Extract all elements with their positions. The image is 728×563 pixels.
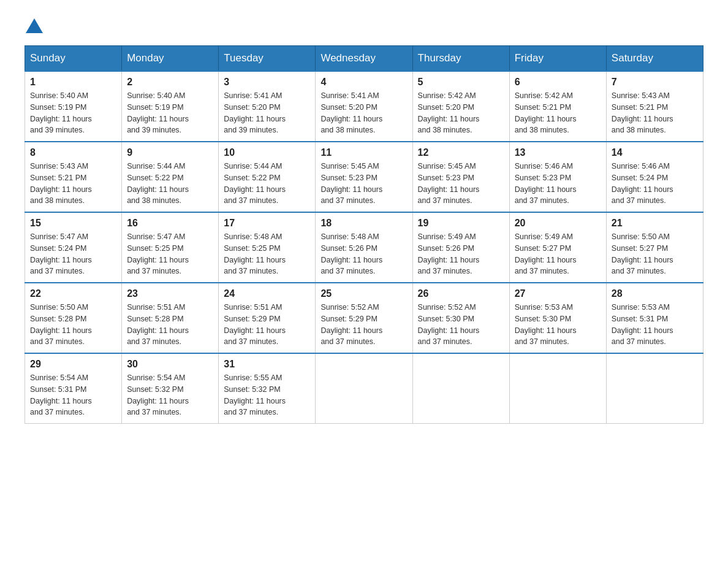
calendar-cell: 23 Sunrise: 5:51 AM Sunset: 5:28 PM Dayl… — [122, 283, 219, 353]
day-number: 30 — [127, 359, 213, 370]
calendar-cell: 30 Sunrise: 5:54 AM Sunset: 5:32 PM Dayl… — [122, 353, 219, 424]
day-number: 2 — [127, 77, 213, 88]
calendar-cell: 26 Sunrise: 5:52 AM Sunset: 5:30 PM Dayl… — [412, 283, 509, 353]
day-info: Sunrise: 5:52 AM Sunset: 5:30 PM Dayligh… — [418, 302, 504, 348]
day-info: Sunrise: 5:50 AM Sunset: 5:27 PM Dayligh… — [612, 231, 698, 277]
calendar-header-row: SundayMondayTuesdayWednesdayThursdayFrid… — [25, 46, 703, 72]
calendar-cell: 10 Sunrise: 5:44 AM Sunset: 5:22 PM Dayl… — [219, 142, 316, 212]
day-number: 1 — [30, 77, 116, 88]
calendar-week-row: 15 Sunrise: 5:47 AM Sunset: 5:24 PM Dayl… — [25, 212, 703, 283]
day-number: 27 — [515, 288, 601, 299]
day-info: Sunrise: 5:40 AM Sunset: 5:19 PM Dayligh… — [127, 90, 213, 136]
day-number: 22 — [30, 288, 116, 299]
day-info: Sunrise: 5:49 AM Sunset: 5:27 PM Dayligh… — [515, 231, 601, 277]
calendar-cell: 31 Sunrise: 5:55 AM Sunset: 5:32 PM Dayl… — [219, 353, 316, 424]
calendar-cell — [606, 353, 703, 424]
calendar-cell: 12 Sunrise: 5:45 AM Sunset: 5:23 PM Dayl… — [412, 142, 509, 212]
day-info: Sunrise: 5:48 AM Sunset: 5:26 PM Dayligh… — [320, 231, 407, 277]
calendar-cell: 24 Sunrise: 5:51 AM Sunset: 5:29 PM Dayl… — [219, 283, 316, 353]
col-header-wednesday: Wednesday — [316, 46, 412, 72]
calendar-cell: 5 Sunrise: 5:42 AM Sunset: 5:20 PM Dayli… — [412, 71, 509, 142]
day-info: Sunrise: 5:47 AM Sunset: 5:25 PM Dayligh… — [127, 231, 213, 277]
day-number: 7 — [612, 77, 698, 88]
day-number: 24 — [224, 288, 310, 299]
logo — [25, 18, 44, 33]
day-number: 19 — [418, 218, 504, 229]
col-header-sunday: Sunday — [25, 46, 122, 72]
calendar-cell: 17 Sunrise: 5:48 AM Sunset: 5:25 PM Dayl… — [219, 212, 316, 283]
day-number: 5 — [418, 77, 504, 88]
calendar-week-row: 1 Sunrise: 5:40 AM Sunset: 5:19 PM Dayli… — [25, 71, 703, 142]
day-number: 13 — [515, 147, 601, 158]
day-info: Sunrise: 5:43 AM Sunset: 5:21 PM Dayligh… — [30, 161, 116, 207]
calendar-cell: 22 Sunrise: 5:50 AM Sunset: 5:28 PM Dayl… — [25, 283, 122, 353]
day-number: 28 — [612, 288, 698, 299]
calendar-week-row: 8 Sunrise: 5:43 AM Sunset: 5:21 PM Dayli… — [25, 142, 703, 212]
day-number: 10 — [224, 147, 310, 158]
day-info: Sunrise: 5:42 AM Sunset: 5:21 PM Dayligh… — [515, 90, 601, 136]
day-info: Sunrise: 5:47 AM Sunset: 5:24 PM Dayligh… — [30, 231, 116, 277]
calendar-cell: 15 Sunrise: 5:47 AM Sunset: 5:24 PM Dayl… — [25, 212, 122, 283]
calendar-cell: 14 Sunrise: 5:46 AM Sunset: 5:24 PM Dayl… — [606, 142, 703, 212]
day-number: 18 — [320, 218, 407, 229]
calendar-cell: 9 Sunrise: 5:44 AM Sunset: 5:22 PM Dayli… — [122, 142, 219, 212]
logo-triangle-icon — [26, 18, 43, 33]
col-header-friday: Friday — [509, 46, 606, 72]
day-info: Sunrise: 5:45 AM Sunset: 5:23 PM Dayligh… — [320, 161, 407, 207]
day-number: 11 — [320, 147, 407, 158]
logo-text — [25, 18, 44, 33]
day-info: Sunrise: 5:54 AM Sunset: 5:31 PM Dayligh… — [30, 372, 116, 418]
calendar-cell: 7 Sunrise: 5:43 AM Sunset: 5:21 PM Dayli… — [606, 71, 703, 142]
day-info: Sunrise: 5:54 AM Sunset: 5:32 PM Dayligh… — [127, 372, 213, 418]
calendar-cell — [509, 353, 606, 424]
day-info: Sunrise: 5:42 AM Sunset: 5:20 PM Dayligh… — [418, 90, 504, 136]
day-number: 12 — [418, 147, 504, 158]
day-number: 15 — [30, 218, 116, 229]
calendar-cell: 27 Sunrise: 5:53 AM Sunset: 5:30 PM Dayl… — [509, 283, 606, 353]
day-info: Sunrise: 5:46 AM Sunset: 5:24 PM Dayligh… — [612, 161, 698, 207]
calendar-cell: 8 Sunrise: 5:43 AM Sunset: 5:21 PM Dayli… — [25, 142, 122, 212]
day-info: Sunrise: 5:49 AM Sunset: 5:26 PM Dayligh… — [418, 231, 504, 277]
col-header-saturday: Saturday — [606, 46, 703, 72]
day-info: Sunrise: 5:53 AM Sunset: 5:31 PM Dayligh… — [612, 302, 698, 348]
day-number: 31 — [224, 359, 310, 370]
day-number: 21 — [612, 218, 698, 229]
calendar-cell: 1 Sunrise: 5:40 AM Sunset: 5:19 PM Dayli… — [25, 71, 122, 142]
calendar-week-row: 29 Sunrise: 5:54 AM Sunset: 5:31 PM Dayl… — [25, 353, 703, 424]
day-info: Sunrise: 5:48 AM Sunset: 5:25 PM Dayligh… — [224, 231, 310, 277]
calendar-cell: 29 Sunrise: 5:54 AM Sunset: 5:31 PM Dayl… — [25, 353, 122, 424]
page-header — [25, 18, 703, 33]
calendar-cell: 25 Sunrise: 5:52 AM Sunset: 5:29 PM Dayl… — [316, 283, 412, 353]
calendar-table: SundayMondayTuesdayWednesdayThursdayFrid… — [25, 45, 703, 424]
day-number: 14 — [612, 147, 698, 158]
day-info: Sunrise: 5:40 AM Sunset: 5:19 PM Dayligh… — [30, 90, 116, 136]
col-header-thursday: Thursday — [412, 46, 509, 72]
day-number: 29 — [30, 359, 116, 370]
day-info: Sunrise: 5:55 AM Sunset: 5:32 PM Dayligh… — [224, 372, 310, 418]
calendar-cell: 2 Sunrise: 5:40 AM Sunset: 5:19 PM Dayli… — [122, 71, 219, 142]
calendar-cell: 16 Sunrise: 5:47 AM Sunset: 5:25 PM Dayl… — [122, 212, 219, 283]
day-info: Sunrise: 5:50 AM Sunset: 5:28 PM Dayligh… — [30, 302, 116, 348]
day-number: 23 — [127, 288, 213, 299]
calendar-cell: 4 Sunrise: 5:41 AM Sunset: 5:20 PM Dayli… — [316, 71, 412, 142]
calendar-cell: 28 Sunrise: 5:53 AM Sunset: 5:31 PM Dayl… — [606, 283, 703, 353]
day-info: Sunrise: 5:41 AM Sunset: 5:20 PM Dayligh… — [320, 90, 407, 136]
calendar-cell: 11 Sunrise: 5:45 AM Sunset: 5:23 PM Dayl… — [316, 142, 412, 212]
day-info: Sunrise: 5:51 AM Sunset: 5:28 PM Dayligh… — [127, 302, 213, 348]
col-header-monday: Monday — [122, 46, 219, 72]
day-info: Sunrise: 5:41 AM Sunset: 5:20 PM Dayligh… — [224, 90, 310, 136]
day-number: 25 — [320, 288, 407, 299]
calendar-cell: 6 Sunrise: 5:42 AM Sunset: 5:21 PM Dayli… — [509, 71, 606, 142]
day-number: 9 — [127, 147, 213, 158]
calendar-cell: 18 Sunrise: 5:48 AM Sunset: 5:26 PM Dayl… — [316, 212, 412, 283]
day-number: 3 — [224, 77, 310, 88]
day-info: Sunrise: 5:45 AM Sunset: 5:23 PM Dayligh… — [418, 161, 504, 207]
day-number: 20 — [515, 218, 601, 229]
day-number: 8 — [30, 147, 116, 158]
day-info: Sunrise: 5:44 AM Sunset: 5:22 PM Dayligh… — [127, 161, 213, 207]
day-info: Sunrise: 5:44 AM Sunset: 5:22 PM Dayligh… — [224, 161, 310, 207]
calendar-cell: 3 Sunrise: 5:41 AM Sunset: 5:20 PM Dayli… — [219, 71, 316, 142]
col-header-tuesday: Tuesday — [219, 46, 316, 72]
calendar-week-row: 22 Sunrise: 5:50 AM Sunset: 5:28 PM Dayl… — [25, 283, 703, 353]
day-info: Sunrise: 5:52 AM Sunset: 5:29 PM Dayligh… — [320, 302, 407, 348]
